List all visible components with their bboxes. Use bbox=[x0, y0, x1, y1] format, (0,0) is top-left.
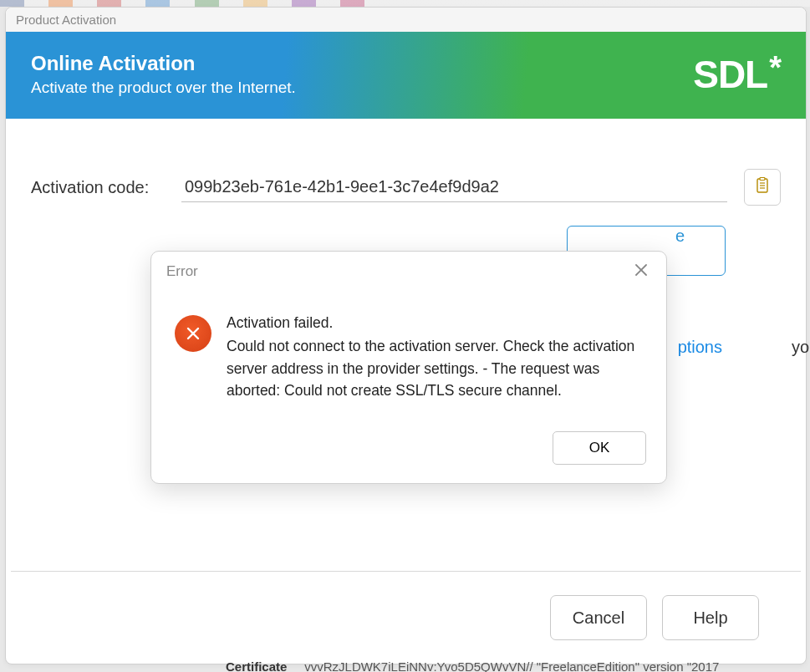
header-banner: Online Activation Activate the product o… bbox=[6, 32, 806, 119]
header-title: Online Activation bbox=[31, 52, 296, 75]
error-titlebar: Error bbox=[151, 252, 666, 288]
footer-bar: Cancel Help bbox=[6, 572, 806, 664]
help-button[interactable]: Help bbox=[662, 595, 759, 640]
sdl-logo: SDL * bbox=[693, 55, 781, 94]
error-dialog: Error Activation failed. Could not conne… bbox=[150, 251, 667, 484]
error-message: Could not connect to the activation serv… bbox=[227, 335, 646, 401]
close-icon bbox=[634, 262, 649, 282]
header-text: Online Activation Activate the product o… bbox=[31, 52, 296, 97]
activation-code-input[interactable] bbox=[181, 172, 727, 202]
error-footer: OK bbox=[151, 418, 666, 483]
close-button[interactable] bbox=[631, 262, 651, 282]
browser-tab-strip bbox=[0, 0, 810, 7]
header-subtitle: Activate the product over the Internet. bbox=[31, 79, 296, 97]
paste-button[interactable] bbox=[744, 169, 781, 206]
error-body: Activation failed. Could not connect to … bbox=[151, 288, 666, 418]
cropped-right-text: yo bbox=[792, 338, 809, 357]
error-headline: Activation failed. bbox=[227, 312, 646, 333]
options-link[interactable]: ptions bbox=[678, 338, 722, 357]
logo-text: SDL bbox=[693, 55, 767, 94]
svg-rect-1 bbox=[760, 177, 765, 180]
activation-code-row: Activation code: bbox=[31, 169, 781, 206]
ok-button[interactable]: OK bbox=[553, 431, 646, 465]
background-certificate-row: Certificate vvvRzJLDWK7iLEiNNv:Yvo5D5QWv… bbox=[226, 659, 719, 672]
window-title: Product Activation bbox=[6, 8, 806, 32]
certificate-snippet: vvvRzJLDWK7iLEiNNv:Yvo5D5QWvVN// "Freela… bbox=[304, 659, 719, 672]
clipboard-icon bbox=[755, 177, 770, 198]
activation-code-label: Activation code: bbox=[31, 178, 165, 197]
error-icon bbox=[175, 315, 211, 352]
activate-button-label: e bbox=[675, 227, 685, 245]
certificate-label: Certificate bbox=[226, 659, 287, 672]
error-text: Activation failed. Could not connect to … bbox=[227, 312, 646, 401]
cancel-button[interactable]: Cancel bbox=[550, 595, 647, 640]
logo-asterisk-icon: * bbox=[769, 52, 781, 84]
error-title: Error bbox=[166, 263, 198, 280]
